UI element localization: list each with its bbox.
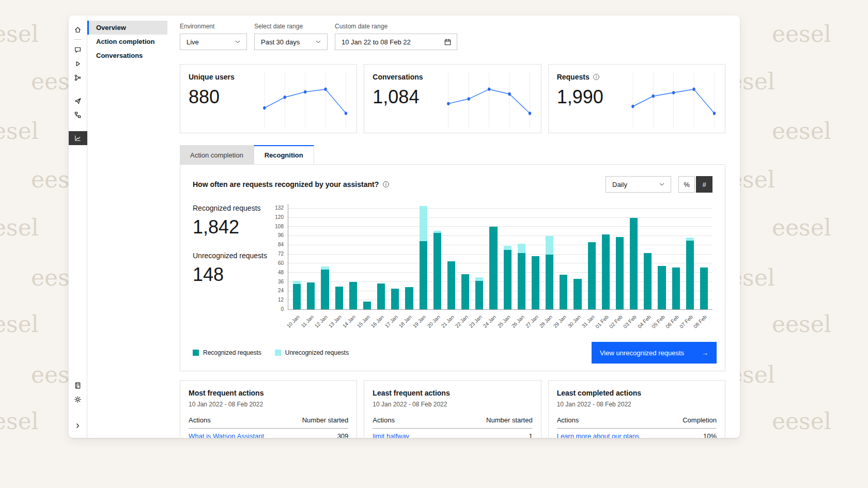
branch-icon[interactable]: [69, 71, 87, 85]
bar-11-jan[interactable]: [304, 204, 318, 309]
card-date-range: 10 Jan 2022 - 08 Feb 2022: [373, 401, 532, 408]
date-range-select[interactable]: Past 30 days: [254, 34, 328, 50]
date-range-filter: Select date range Past 30 days: [254, 23, 328, 50]
environment-select[interactable]: Live: [180, 34, 247, 50]
chat-icon[interactable]: [69, 43, 87, 57]
view-unrecognized-button[interactable]: View unrecognized requests →: [592, 342, 717, 364]
bar-17-jan[interactable]: [388, 204, 402, 309]
column-header-value: Number started: [486, 416, 533, 424]
bar-30-jan[interactable]: [570, 204, 584, 309]
bar-24-jan[interactable]: [486, 204, 500, 309]
column-header-actions: Actions: [557, 416, 579, 424]
info-icon[interactable]: [382, 181, 390, 188]
bar-segment-recognized: [588, 242, 596, 309]
environment-filter: Environment Live: [180, 23, 247, 50]
bar-10-jan[interactable]: [290, 204, 304, 309]
bar-21-jan[interactable]: [444, 204, 458, 309]
metric-card-requests: Requests1,990: [548, 64, 725, 133]
watermark-text: eesel: [772, 21, 831, 47]
column-header-value: Completion: [683, 416, 717, 424]
bar-segment-unrecognized: [475, 277, 483, 281]
chevron-right-icon[interactable]: [69, 419, 87, 433]
count-toggle-button[interactable]: #: [696, 176, 712, 193]
metric-title: Unique users: [189, 73, 261, 81]
action-link[interactable]: What is Watson Assistant: [189, 432, 264, 438]
watermark-text: eesel: [0, 21, 39, 47]
watermark-text: eesel: [772, 118, 831, 144]
metric-sparkline: [261, 73, 349, 128]
date-range-value: Past 30 days: [261, 38, 300, 46]
sidebar-item-action-completion[interactable]: Action completion: [87, 35, 167, 49]
stat-label-recognized-requests: Recognized requests: [193, 204, 270, 212]
metric-card-conversations: Conversations1,084: [364, 64, 541, 133]
bar-segment-recognized: [447, 261, 455, 309]
bar-06-feb[interactable]: [669, 204, 683, 309]
chart-legend: Recognized requestsUnrecognized requests: [193, 349, 362, 356]
bar-28-jan[interactable]: [542, 204, 556, 309]
interval-select[interactable]: Daily: [606, 176, 671, 193]
chart-icon[interactable]: [69, 131, 87, 145]
info-icon[interactable]: [593, 73, 600, 81]
action-link[interactable]: Learn more about our plans: [557, 432, 640, 438]
bar-16-jan[interactable]: [374, 204, 388, 309]
custom-range-input[interactable]: 10 Jan 22 to 08 Feb 22: [335, 34, 457, 50]
recognition-question: How often are requests recognized by you…: [193, 180, 390, 188]
bar-08-feb[interactable]: [697, 204, 711, 309]
y-axis-label: 12: [278, 297, 284, 303]
tab-action-completion[interactable]: Action completion: [180, 145, 254, 164]
bar-25-jan[interactable]: [501, 204, 515, 309]
bar-23-jan[interactable]: [472, 204, 486, 309]
bar-segment-recognized: [475, 281, 483, 309]
gear-icon[interactable]: [69, 392, 87, 406]
calendar-icon: [444, 38, 452, 46]
tab-recognition[interactable]: Recognition: [254, 145, 314, 164]
app-window: OverviewAction completionConversations E…: [69, 15, 740, 438]
action-link[interactable]: limit halfway: [373, 432, 409, 438]
bar-14-jan[interactable]: [346, 204, 360, 309]
view-unrecognized-label: View unrecognized requests: [600, 349, 684, 357]
sidebar-item-overview[interactable]: Overview: [87, 21, 167, 35]
home-icon[interactable]: [69, 23, 87, 37]
bar-22-jan[interactable]: [458, 204, 472, 309]
table-row: Learn more about our plans10%: [557, 429, 717, 438]
bar-19-jan[interactable]: [416, 204, 430, 309]
bar-segment-recognized: [363, 302, 371, 309]
y-axis-label: 96: [278, 232, 284, 238]
bar-29-jan[interactable]: [556, 204, 570, 309]
bar-13-jan[interactable]: [332, 204, 346, 309]
table-row: limit halfway1: [373, 429, 532, 438]
sidebar-item-conversations[interactable]: Conversations: [87, 49, 167, 62]
bar-07-feb[interactable]: [683, 204, 697, 309]
bar-18-jan[interactable]: [402, 204, 416, 309]
bar-03-feb[interactable]: [627, 204, 641, 309]
recognition-stats: Recognized requests1,842Unrecognized req…: [193, 204, 270, 340]
bar-segment-unrecognized: [420, 206, 427, 241]
metric-title: Conversations: [373, 73, 445, 81]
column-header-actions: Actions: [373, 416, 395, 424]
percent-toggle-button[interactable]: %: [678, 176, 695, 193]
bar-segment-recognized: [546, 255, 553, 309]
bar-02-feb[interactable]: [613, 204, 627, 309]
custom-range-value: 10 Jan 22 to 08 Feb 22: [342, 38, 411, 46]
legend-unrecognized-requests[interactable]: Unrecognized requests: [275, 349, 349, 356]
legend-recognized-requests[interactable]: Recognized requests: [193, 349, 261, 356]
bar-15-jan[interactable]: [360, 204, 374, 309]
bar-01-feb[interactable]: [599, 204, 613, 309]
bar-20-jan[interactable]: [430, 204, 444, 309]
bar-segment-recognized: [405, 287, 413, 309]
rail-divider: [74, 39, 82, 40]
bar-12-jan[interactable]: [318, 204, 332, 309]
bar-31-jan[interactable]: [585, 204, 599, 309]
send-icon[interactable]: [69, 94, 87, 108]
watermark-text: eesel: [772, 214, 831, 241]
y-axis-label: 0: [281, 306, 284, 312]
notebook-icon[interactable]: [69, 379, 87, 392]
tabs: Action completionRecognition: [180, 145, 725, 164]
bar-05-feb[interactable]: [655, 204, 669, 309]
bar-04-feb[interactable]: [641, 204, 655, 309]
flow-icon[interactable]: [69, 108, 87, 122]
play-icon[interactable]: [69, 57, 87, 71]
recognition-footer: Recognized requestsUnrecognized requests…: [189, 342, 717, 364]
bar-26-jan[interactable]: [515, 204, 529, 309]
bar-27-jan[interactable]: [529, 204, 542, 309]
